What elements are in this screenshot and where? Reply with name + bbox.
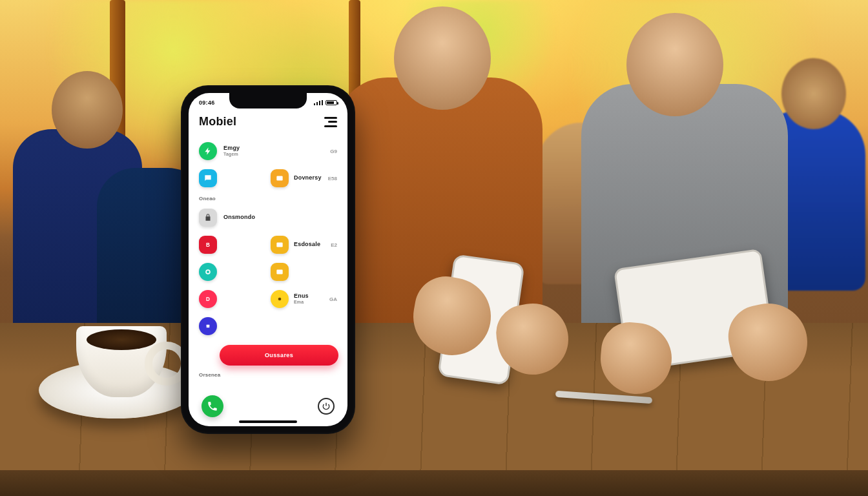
item-title: Dovnersy	[294, 175, 323, 181]
svg-rect-7	[207, 325, 210, 328]
card-icon	[271, 263, 289, 281]
dot-icon	[271, 290, 289, 308]
phone-mockup: 09:46 Mobiel Emg	[181, 85, 355, 434]
svg-rect-2	[276, 243, 282, 247]
svg-rect-4	[276, 270, 282, 274]
item-title: Emgy	[223, 145, 324, 151]
app-header: Mobiel	[189, 112, 347, 135]
item-title: Enus	[294, 293, 324, 299]
signal-icon	[314, 100, 323, 105]
app-brand: Mobiel	[199, 115, 236, 129]
chat-icon	[199, 169, 217, 187]
letter-d-icon: D	[199, 290, 217, 308]
item-value: E2	[331, 242, 337, 248]
menu-button[interactable]	[324, 117, 337, 127]
list-item[interactable]: D Enus Ema GA	[196, 285, 340, 313]
bottom-bar	[189, 393, 347, 426]
app-list: Emgy Tagem G9	[189, 135, 347, 192]
list-item[interactable]: Onsmondo	[196, 204, 340, 231]
power-button[interactable]	[318, 398, 335, 415]
item-title: Esdosale	[294, 242, 326, 247]
list-item[interactable]: Emgy Tagem G9	[196, 138, 340, 165]
phone-screen: 09:46 Mobiel Emg	[189, 93, 347, 426]
call-button[interactable]	[202, 395, 223, 417]
lock-icon	[199, 209, 217, 227]
svg-text:B: B	[206, 242, 210, 248]
card-icon	[271, 169, 289, 187]
item-value: E58	[328, 176, 337, 181]
svg-point-6	[278, 298, 282, 301]
item-value: GA	[329, 296, 337, 302]
battery-icon	[326, 100, 337, 105]
phone-notch	[229, 93, 307, 108]
home-indicator	[239, 420, 297, 423]
svg-text:D: D	[206, 296, 210, 302]
section-label: Oneao	[189, 192, 347, 202]
circle-icon	[199, 263, 217, 281]
list-item[interactable]: Dovnersy E58	[196, 165, 340, 192]
letter-b-icon: B	[199, 236, 217, 254]
list-item[interactable]: B Esdosale E2	[196, 231, 340, 258]
square-icon	[199, 317, 217, 335]
app-list: Onsmondo B	[189, 202, 347, 340]
item-subtitle: Ema	[294, 300, 324, 305]
list-item[interactable]	[196, 313, 340, 340]
item-title: Onsmondo	[223, 214, 331, 220]
coffee	[87, 329, 156, 350]
list-item[interactable]	[196, 258, 340, 285]
item-subtitle: Tagem	[223, 152, 324, 157]
section-label: Orsenea	[189, 368, 347, 378]
primary-cta-button[interactable]: Oussares	[220, 345, 338, 366]
svg-rect-0	[276, 176, 282, 181]
card-icon	[271, 236, 289, 254]
item-value: G9	[330, 149, 337, 154]
bolt-icon	[199, 142, 217, 160]
scene-photo: 09:46 Mobiel Emg	[0, 0, 868, 496]
svg-point-3	[206, 270, 210, 274]
table-edge	[0, 470, 868, 496]
status-time: 09:46	[199, 99, 215, 106]
